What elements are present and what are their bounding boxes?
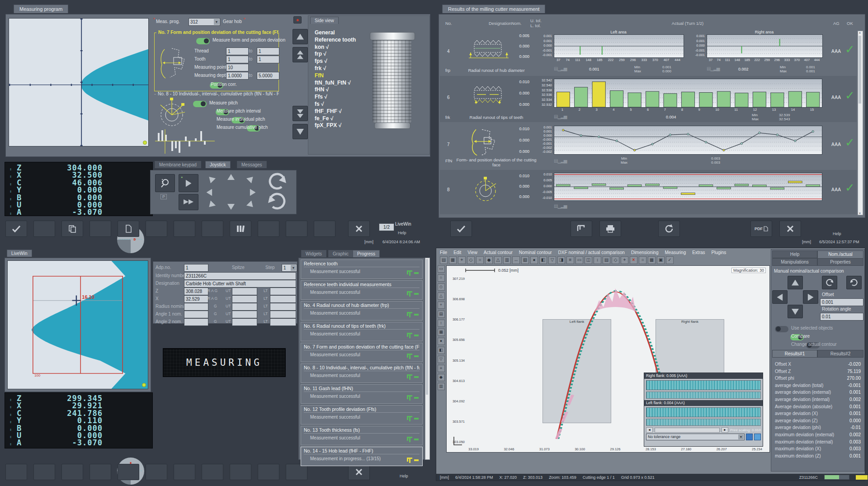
apply-tolerance-icon[interactable] bbox=[746, 434, 753, 440]
arrow-down-right-icon[interactable] bbox=[246, 200, 256, 210]
side-tool-icon[interactable]: ≡ bbox=[438, 365, 445, 372]
toolbar-icon[interactable]: ◇ bbox=[467, 256, 475, 264]
progress-item[interactable]: No. 8 - 10 Individual-, interval-, cumul… bbox=[301, 363, 423, 383]
tab-messages[interactable]: Messages bbox=[237, 161, 267, 168]
fkey-button[interactable] bbox=[258, 464, 279, 480]
angle1-lt-input[interactable] bbox=[270, 311, 296, 318]
toolbar-icon[interactable]: ◇ bbox=[612, 256, 619, 264]
toggle-use-selected[interactable] bbox=[775, 326, 788, 332]
tolerance-select[interactable]: No tolerance range▼ bbox=[646, 434, 745, 440]
fkey-button[interactable] bbox=[118, 464, 139, 480]
toolbar-icon[interactable]: ▧ bbox=[521, 256, 529, 264]
side-view-item[interactable]: fps √ bbox=[315, 58, 356, 65]
toolbar-icon[interactable]: ▭ bbox=[576, 256, 583, 264]
toolbar-icon[interactable]: ▣ bbox=[657, 256, 665, 264]
help-label[interactable]: Help bbox=[400, 474, 408, 478]
fkey-button[interactable] bbox=[5, 464, 27, 480]
tab-results1[interactable]: Results#1 bbox=[772, 350, 817, 358]
side-view-item[interactable]: frp √ bbox=[315, 51, 356, 58]
side-tool-icon[interactable]: ◆ bbox=[438, 374, 445, 381]
scroll-right-button[interactable]: ► bbox=[722, 427, 728, 433]
progress-item[interactable]: No. 4 Radial runout of hub diameter (frp… bbox=[301, 301, 423, 321]
tab-measuring-program[interactable]: Measuring program bbox=[14, 5, 68, 13]
rotate-ccw-button[interactable] bbox=[846, 276, 862, 289]
side-tool-icon[interactable]: ◧ bbox=[438, 347, 445, 354]
toolbar-icon[interactable]: ▥ bbox=[503, 256, 511, 264]
jog-step-button[interactable]: ● bbox=[179, 174, 198, 192]
tab-properties[interactable]: Properties bbox=[817, 258, 863, 266]
angle2-ut-input[interactable] bbox=[232, 318, 257, 326]
z-ut-input[interactable] bbox=[232, 288, 257, 295]
tab-graphic[interactable]: Graphic bbox=[328, 250, 353, 257]
depth-to-input[interactable]: 5.0000 bbox=[257, 72, 279, 80]
arrow-up-right-icon[interactable] bbox=[246, 174, 256, 184]
measuring-points-input[interactable]: 10 bbox=[226, 64, 249, 71]
angle1-ut-input[interactable] bbox=[232, 311, 257, 318]
marker-button[interactable] bbox=[293, 16, 302, 24]
table-icon[interactable]: ▤▁▂▅ bbox=[707, 66, 720, 71]
side-view-item[interactable]: ftN_fuN_FtN √ bbox=[315, 80, 356, 87]
fkey-button[interactable] bbox=[33, 221, 55, 237]
toolbar-icon[interactable]: + bbox=[458, 256, 466, 264]
page-indicator[interactable]: 1/2 bbox=[379, 223, 394, 231]
fkey-button[interactable] bbox=[286, 221, 307, 237]
livewin-label[interactable]: LiveWin bbox=[395, 222, 411, 226]
scroll-left-button[interactable]: ◄ bbox=[646, 427, 653, 433]
x-lt-input[interactable] bbox=[270, 295, 296, 303]
menu-item[interactable]: Dimensioning bbox=[631, 250, 659, 255]
angle2-lt-input[interactable] bbox=[270, 318, 296, 326]
probe-search-button[interactable] bbox=[155, 174, 175, 192]
tooth-to-input[interactable]: 1 bbox=[257, 56, 279, 63]
toolbar-icon[interactable]: ○ bbox=[639, 256, 646, 264]
tab-manipulations[interactable]: Manipulations bbox=[772, 258, 817, 266]
menu-item[interactable]: File bbox=[440, 250, 447, 255]
toolbar-icon[interactable]: ▦ bbox=[449, 256, 457, 264]
menu-item[interactable]: Edit bbox=[453, 250, 461, 255]
tab-livewin[interactable]: LiveWin bbox=[7, 250, 32, 257]
toolbar-icon[interactable]: + bbox=[621, 256, 628, 264]
tab-side-view[interactable]: Side view bbox=[310, 17, 339, 24]
side-tool-icon[interactable]: ▽ bbox=[438, 356, 445, 363]
toolbar-icon[interactable]: ◧ bbox=[539, 256, 547, 264]
fkey-button[interactable] bbox=[258, 221, 279, 237]
side-view-item[interactable]: FfN bbox=[315, 72, 356, 80]
fkey-button[interactable] bbox=[174, 464, 195, 480]
depth-from-input[interactable]: 1.0000 bbox=[226, 72, 249, 80]
results-row-4[interactable]: 4 frp Radial runout of hub diameter 0.00… bbox=[440, 30, 857, 75]
help-label[interactable]: Help bbox=[398, 231, 406, 235]
side-tool-icon[interactable]: ● bbox=[438, 338, 445, 345]
side-view-item[interactable]: General bbox=[315, 29, 356, 37]
side-tool-icon[interactable]: ◇ bbox=[438, 283, 445, 291]
progress-item[interactable]: No. 12 Tooth profile deviation (Ffs) Mea… bbox=[301, 405, 423, 425]
arrow-up-left-icon[interactable] bbox=[207, 174, 216, 184]
progress-item[interactable]: Reference teeth individual measurements … bbox=[301, 280, 423, 300]
library-button[interactable] bbox=[230, 221, 251, 237]
toolbar-icon[interactable]: ◨ bbox=[557, 256, 565, 264]
side-view-item[interactable]: fe_Fe √ bbox=[315, 115, 356, 123]
rotation-angle-input[interactable]: 0.01 bbox=[820, 313, 863, 321]
menu-item[interactable]: Extras bbox=[692, 250, 705, 255]
toolbar-icon[interactable]: ◆ bbox=[485, 256, 493, 264]
rapid-button[interactable] bbox=[179, 194, 198, 210]
angle1-input[interactable] bbox=[184, 311, 208, 318]
menu-item[interactable]: DXF nominal / actual comparison bbox=[558, 250, 625, 255]
side-view-item[interactable]: Ffs √ bbox=[315, 94, 356, 101]
fkey-button[interactable] bbox=[202, 221, 223, 237]
toolbar-icon[interactable]: ▽ bbox=[548, 256, 556, 264]
confirm-button[interactable] bbox=[5, 221, 27, 237]
overlay-scrollbar[interactable] bbox=[655, 428, 720, 433]
close-button[interactable] bbox=[348, 221, 370, 237]
toggle-measure-form[interactable] bbox=[196, 38, 210, 44]
arrow-up-icon[interactable] bbox=[227, 174, 235, 180]
scroll-page-down-button[interactable] bbox=[292, 106, 308, 121]
arrow-down-left-icon[interactable] bbox=[207, 200, 216, 210]
menu-item[interactable]: Actual contour bbox=[484, 250, 513, 255]
progress-item[interactable]: Reference tooth Measurement successful bbox=[301, 260, 423, 279]
menu-item[interactable]: Measuring bbox=[665, 250, 686, 255]
toolbar-icon[interactable]: ↔ bbox=[512, 256, 520, 264]
scroll-page-up-button[interactable] bbox=[292, 47, 308, 62]
nudge-right-button[interactable] bbox=[803, 290, 818, 304]
thread-from-input[interactable]: 1 bbox=[226, 47, 249, 55]
side-tool-icon[interactable]: ↕ bbox=[438, 320, 445, 327]
progress-item[interactable]: No. 13 Tooth thickness (fs) Measurement … bbox=[301, 426, 423, 445]
